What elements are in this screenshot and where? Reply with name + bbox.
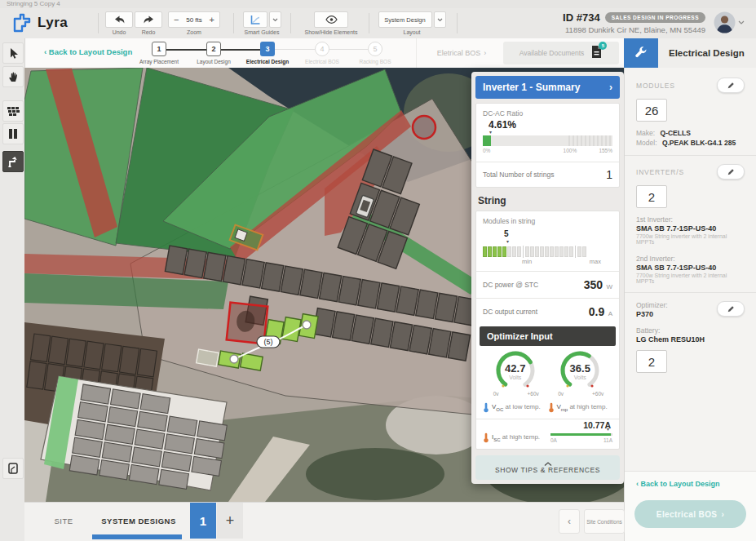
undo-icon (114, 16, 125, 24)
back-to-layout-link[interactable]: ‹ Back to Layout Design (44, 47, 132, 56)
inverters-section-label: INVERTER/S (636, 168, 684, 176)
step-4[interactable]: 4 (315, 42, 329, 56)
redo-icon (144, 16, 154, 24)
lyra-logo: Lyra (11, 12, 68, 33)
step-connector (166, 49, 206, 51)
chevron-left-icon: ‹ (44, 47, 46, 56)
isc-min: 0A (550, 437, 557, 443)
layout-select[interactable]: System Design (378, 11, 432, 28)
edit-inverters-button[interactable] (717, 164, 745, 180)
total-strings-label: Total Number of strings (483, 171, 554, 179)
active-tab-underline (92, 534, 182, 539)
tab-system-designs[interactable]: SYSTEM DESIGNS (94, 503, 183, 539)
solar-array-icon (7, 107, 20, 116)
string-card: Modules in string 5 ▾ min max DC power @ (475, 211, 620, 450)
string-endpoint[interactable] (230, 355, 238, 363)
smart-guides-icon (250, 15, 261, 25)
collapse-panel-button[interactable]: ‹ (559, 509, 580, 534)
orientation-tool-button[interactable] (2, 123, 24, 144)
vmp-value: 36.5 (553, 362, 607, 375)
stringing-icon (7, 156, 19, 167)
modules-count: 26 (636, 99, 667, 122)
project-id: ID #734 (563, 11, 600, 24)
model-value: Q.PEAK BLK-G4.1 285 (662, 139, 736, 147)
zoom-out-button[interactable]: − (174, 15, 179, 24)
app-window: Stringing 5 Copy 4 Lyra (0, 0, 756, 541)
redo-button[interactable] (135, 11, 162, 28)
zoom-value: 50 fts (186, 16, 202, 24)
stringing-tool-button[interactable] (2, 151, 24, 172)
site-map-tool-button[interactable] (2, 458, 24, 479)
undo-redo-group: Undo Redo (104, 11, 163, 35)
smart-guides-label: Smart Guides (241, 29, 283, 35)
bottom-tab-bar: SITE SYSTEM DESIGNS 1 + ‹ Site Condition… (24, 502, 624, 541)
inverter-summary-header[interactable]: Inverter 1 - Summary › (475, 76, 620, 99)
pencil-icon (727, 82, 735, 90)
site-conditions-button[interactable]: Site Conditions (584, 509, 625, 534)
step-1[interactable]: 1 (152, 42, 166, 56)
zoom-label: Zoom (168, 29, 220, 35)
inverter-summary-title: Inverter 1 - Summary (483, 82, 580, 93)
electrical-design-tool-button[interactable] (624, 38, 658, 68)
lyra-logo-text: Lyra (38, 15, 68, 31)
voc-gauge: 42.7 Volts 0v +60v (489, 349, 542, 397)
optimizer-label: Optimizer: (636, 301, 668, 309)
pencil-icon (727, 305, 735, 313)
show-tips-button[interactable]: SHOW TIPS & REFERENCES (475, 455, 620, 480)
string-endpoint[interactable] (303, 321, 311, 329)
redo-label: Redo (134, 29, 163, 35)
select-tool-button[interactable] (2, 42, 24, 64)
add-design-button[interactable]: + (217, 503, 243, 539)
top-toolbar: Lyra Undo Redo (0, 8, 756, 39)
undo-button[interactable] (105, 11, 133, 28)
electrical-bos-next-button[interactable]: Electrical BOS › (634, 500, 746, 528)
string-count-label: (5) (264, 338, 273, 346)
dc-current-unit: A (608, 310, 612, 317)
toolbar-divider (369, 13, 369, 33)
step-3[interactable]: 3 (260, 42, 275, 56)
eye-icon (325, 16, 338, 24)
map-icon (8, 463, 18, 474)
edit-modules-button[interactable] (717, 78, 745, 93)
status-badge: SALES DESIGN IN PROGRESS (605, 12, 705, 23)
electrical-bos-link[interactable]: Eletrical BOS › (416, 38, 506, 68)
step-2-label: Layout Design (185, 59, 242, 64)
thermometer-cold-icon (483, 401, 489, 413)
smart-guides-button[interactable] (243, 11, 267, 28)
optimizer-input-header: Optimizer Input (480, 326, 616, 346)
battery-count: 2 (636, 350, 667, 373)
layout-dropdown[interactable] (434, 11, 446, 28)
zoom-in-button[interactable]: + (210, 15, 214, 24)
vmp-min: 0v (558, 391, 564, 397)
available-documents-button[interactable]: Available Documents 5 (503, 42, 619, 64)
chevron-down-icon (437, 18, 443, 22)
edit-optimizer-button[interactable] (717, 301, 745, 317)
layout-group: System Design Layout (377, 11, 447, 35)
sidebar-footer: ‹ Back to Layout Design Electrical BOS › (625, 471, 756, 541)
isc-bar: 10.77A ▾ 0A 11A (550, 425, 612, 443)
step-5[interactable]: 5 (368, 42, 382, 56)
dc-power-label: DC power @ STC (483, 281, 538, 289)
inverter-2-name: SMA SB 7.7-1SP-US-40 (636, 264, 745, 272)
design-tab-1[interactable]: 1 (190, 503, 216, 539)
left-tool-rail (0, 38, 25, 541)
pan-tool-button[interactable] (2, 66, 24, 87)
undo-label: Undo (104, 29, 134, 35)
show-hide-button[interactable] (314, 11, 348, 28)
toolbar-divider (290, 13, 291, 33)
user-menu[interactable] (714, 11, 745, 33)
inverter-2-desc: 7700w String inverter with 2 internal MP… (636, 273, 745, 284)
dc-current-label: DC output current (483, 308, 537, 316)
tab-site[interactable]: SITE (39, 503, 88, 539)
modules-in-string-label: Modules in string (483, 217, 612, 225)
project-info: ID #734 SALES DESIGN IN PROGRESS 11898 D… (563, 11, 705, 34)
sidebar-back-link[interactable]: ‹ Back to Layout Design (636, 480, 720, 488)
browser-page-title: Stringing 5 Copy 4 (7, 0, 60, 7)
smart-guides-dropdown[interactable] (269, 11, 281, 28)
cursor-icon (8, 47, 19, 60)
alert-circle-marker[interactable] (413, 116, 435, 139)
step-2[interactable]: 2 (206, 42, 221, 56)
voc-value: 42.7 (489, 362, 542, 375)
array-tool-button[interactable] (2, 100, 24, 122)
ratio-tick-155: 155% (599, 148, 612, 153)
